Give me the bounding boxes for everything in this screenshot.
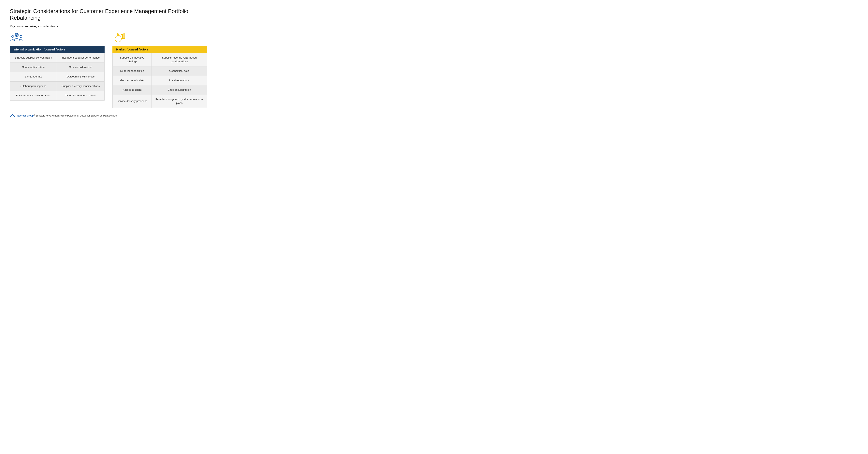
internal-icon — [10, 31, 24, 43]
table-cell: Local regulations — [152, 76, 207, 85]
table-cell: Offshoring willingness — [10, 82, 57, 91]
market-table: Suppliers' innovative offeringsSupplier … — [113, 53, 207, 108]
table-cell: Type of commercial model — [57, 91, 104, 100]
table-cell: Outsourcing willingness — [57, 72, 104, 82]
table-cell: Supplier revenue-/size-based considerati… — [152, 53, 207, 66]
internal-panel: Internal organization-focused factors St… — [10, 31, 104, 100]
table-row: Strategic supplier concentrationIncumben… — [10, 53, 104, 63]
svg-rect-5 — [123, 33, 125, 38]
table-cell: Providers' long-term hybrid/ remote work… — [152, 95, 207, 108]
table-cell: Strategic supplier concentration — [10, 53, 57, 63]
table-row: Supplier capabilitiesGeopolitical risks — [113, 66, 207, 76]
table-cell: Language mix — [10, 72, 57, 82]
table-row: Environmental considerationsType of comm… — [10, 91, 104, 100]
table-row: Language mixOutsourcing willingness — [10, 72, 104, 82]
panels-container: Internal organization-focused factors St… — [10, 31, 207, 108]
table-row: Access to talentEase of substitution — [113, 85, 207, 95]
footer: Everest Group® Strategic Keys: Unlocking… — [10, 114, 207, 118]
table-cell: Suppliers' innovative offerings — [113, 53, 152, 66]
page-title: Strategic Considerations for Customer Ex… — [10, 8, 207, 21]
market-panel: Market-focused factors Suppliers' innova… — [113, 31, 207, 108]
footer-text: Everest Group® Strategic Keys: Unlocking… — [18, 114, 117, 117]
svg-rect-4 — [121, 34, 123, 38]
svg-rect-6 — [121, 39, 125, 39]
table-cell: Access to talent — [113, 85, 152, 95]
table-cell: Cost considerations — [57, 63, 104, 72]
footer-brand: Everest Group — [18, 114, 34, 117]
table-cell: Ease of substitution — [152, 85, 207, 95]
section-label: Key decision-making considerations — [10, 25, 207, 28]
footer-description: Strategic Keys: Unlocking the Potential … — [35, 114, 117, 117]
market-header: Market-focused factors — [113, 46, 207, 53]
table-cell: Service delivery presence — [113, 95, 152, 108]
internal-table: Strategic supplier concentrationIncumben… — [10, 53, 104, 100]
table-row: Offshoring willingnessSupplier diversity… — [10, 82, 104, 91]
table-row: Service delivery presenceProviders' long… — [113, 95, 207, 108]
svg-point-1 — [12, 35, 14, 38]
internal-header: Internal organization-focused factors — [10, 46, 104, 53]
table-cell: Macroeconomic risks — [113, 76, 152, 85]
table-cell: Supplier diversity considerations — [57, 82, 104, 91]
table-cell: Incumbent supplier performance — [57, 53, 104, 63]
table-cell: Environmental considerations — [10, 91, 57, 100]
table-row: Scope optimizationCost considerations — [10, 63, 104, 72]
svg-point-3 — [16, 34, 18, 36]
market-icon — [113, 31, 126, 43]
table-cell: Geopolitical risks — [152, 66, 207, 76]
svg-point-2 — [20, 35, 22, 38]
everest-logo-icon — [10, 114, 16, 118]
table-row: Macroeconomic risksLocal regulations — [113, 76, 207, 85]
table-cell: Supplier capabilities — [113, 66, 152, 76]
table-row: Suppliers' innovative offeringsSupplier … — [113, 53, 207, 66]
table-cell: Scope optimization — [10, 63, 57, 72]
